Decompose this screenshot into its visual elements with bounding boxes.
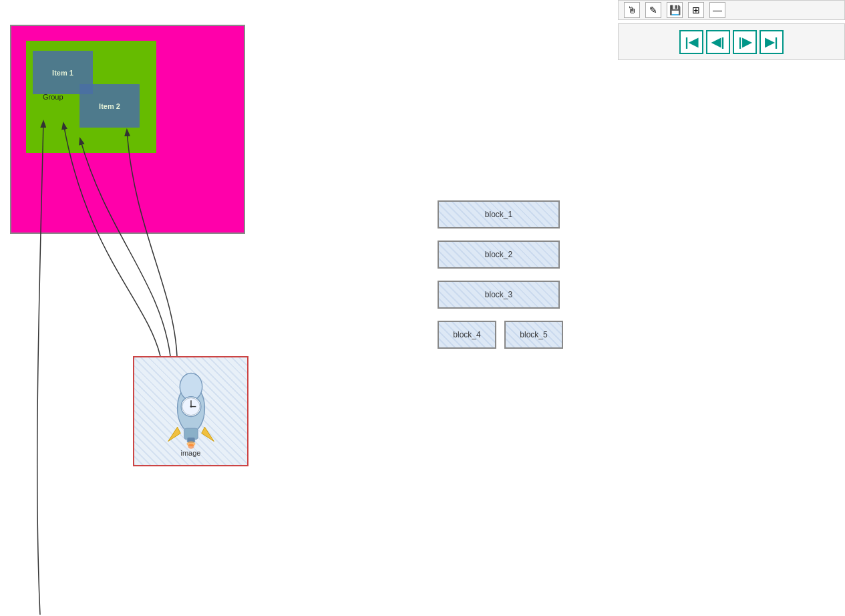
- block-row-2: block_2: [438, 241, 563, 269]
- block-row-3: block_3: [438, 281, 563, 309]
- item1-label: Item 1: [52, 69, 73, 77]
- rocket-icon: [154, 368, 228, 455]
- nav-last-button[interactable]: ▶|: [759, 30, 784, 54]
- image-box[interactable]: image: [133, 356, 248, 466]
- edit-button[interactable]: ✎: [645, 2, 661, 18]
- pink-container: Item 1 Item 2 Group: [10, 25, 245, 234]
- block-5[interactable]: block_5: [504, 321, 563, 349]
- svg-point-6: [190, 406, 192, 408]
- block-row-4: block_4 block_5: [438, 321, 563, 349]
- svg-marker-8: [201, 427, 214, 441]
- nav-next-button[interactable]: |▶: [733, 30, 757, 54]
- group-label: Group: [43, 93, 63, 101]
- navigation-box: |◀ ◀| |▶ ▶|: [618, 23, 845, 60]
- cursor-button[interactable]: 🖱: [624, 2, 640, 18]
- block-3[interactable]: block_3: [438, 281, 560, 309]
- block-4[interactable]: block_4: [438, 321, 496, 349]
- block-4-label: block_4: [453, 330, 480, 339]
- block-1[interactable]: block_1: [438, 200, 560, 228]
- green-group-box: Item 1 Item 2 Group: [26, 41, 156, 153]
- save-button[interactable]: 💾: [667, 2, 683, 18]
- block-row-1: block_1: [438, 200, 563, 228]
- svg-marker-7: [168, 427, 180, 441]
- block-2-label: block_2: [485, 250, 512, 259]
- blocks-area: block_1 block_2 block_3 block_4 block_5: [438, 200, 563, 349]
- block-2[interactable]: block_2: [438, 241, 560, 269]
- nav-first-button[interactable]: |◀: [679, 30, 703, 54]
- minus-button[interactable]: —: [709, 2, 725, 18]
- block-1-label: block_1: [485, 210, 512, 219]
- block-3-label: block_3: [485, 290, 512, 299]
- item2-label: Item 2: [99, 102, 120, 110]
- nav-prev-button[interactable]: ◀|: [706, 30, 730, 54]
- block-5-label: block_5: [520, 330, 547, 339]
- grid-button[interactable]: ⊞: [688, 2, 704, 18]
- toolbar: 🖱 ✎ 💾 ⊞ —: [618, 0, 845, 20]
- item2-box[interactable]: Item 2: [79, 84, 140, 128]
- image-label: image: [181, 449, 201, 457]
- svg-point-12: [188, 444, 194, 448]
